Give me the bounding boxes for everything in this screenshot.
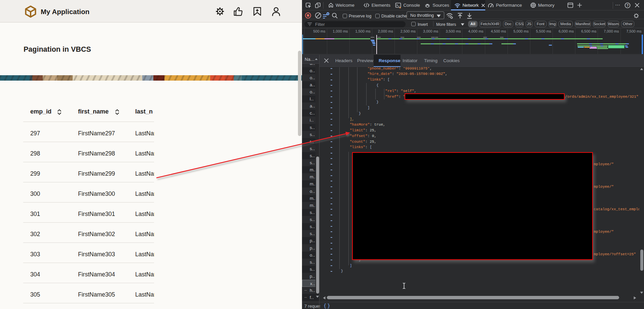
svg-text:?: ? (627, 4, 629, 7)
